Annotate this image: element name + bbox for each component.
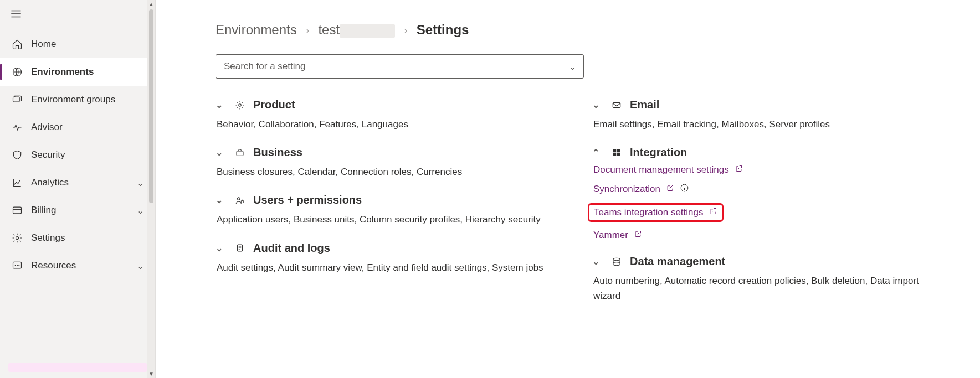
section-title: Product	[253, 99, 295, 111]
section-integration: ⌃ Integration Document management settin…	[592, 146, 947, 241]
sidebar-footer	[0, 357, 155, 378]
redacted-block	[340, 24, 395, 38]
shield-icon	[11, 149, 23, 161]
sidebar-item-advisor[interactable]: Advisor	[0, 113, 155, 141]
chevron-down-icon: ⌄	[137, 205, 144, 216]
section-subtext: Behavior, Collaboration, Features, Langu…	[216, 117, 570, 132]
section-data-header[interactable]: ⌄ Data management	[592, 255, 947, 268]
breadcrumb-env-name[interactable]: test	[318, 22, 395, 38]
svg-rect-1	[13, 97, 20, 102]
section-product-header[interactable]: ⌄ Product	[216, 99, 570, 111]
gear-icon	[234, 100, 245, 111]
chevron-down-icon: ⌄	[137, 261, 144, 271]
scroll-up-arrow-icon[interactable]: ▲	[148, 0, 154, 8]
main-content: Environments › test › Settings ⌄ ⌄	[156, 0, 980, 378]
integration-links: Document management settings Synchroniza…	[592, 164, 947, 241]
sidebar-item-security[interactable]: Security	[0, 141, 155, 169]
sidebar-item-label: Advisor	[31, 122, 63, 133]
section-audit-logs: ⌄ Audit and logs Audit settings, Audit s…	[216, 242, 570, 275]
settings-left-column: ⌄ Product Behavior, Collaboration, Featu…	[216, 99, 570, 318]
link-yammer-link[interactable]: Yammer	[593, 230, 628, 241]
billing-icon	[11, 204, 23, 216]
sidebar-scrollbar[interactable]: ▲ ▼	[147, 0, 155, 378]
sidebar-item-environments[interactable]: Environments	[0, 58, 155, 86]
link-yammer: Yammer	[593, 230, 947, 241]
section-data-management: ⌄ Data management Auto numbering, Automa…	[592, 255, 947, 303]
promo-card[interactable]	[8, 363, 147, 372]
briefcase-icon	[234, 147, 245, 158]
chevron-right-icon: ›	[306, 24, 310, 37]
home-icon	[11, 38, 23, 50]
svg-point-8	[239, 103, 242, 106]
section-subtext: Application users, Business units, Colum…	[216, 212, 570, 227]
section-business: ⌄ Business Business closures, Calendar, …	[216, 146, 570, 179]
chevron-down-icon: ⌄	[216, 195, 227, 205]
chevron-down-icon: ⌄	[137, 178, 144, 188]
highlight-box: Teams integration settings	[588, 203, 724, 222]
sidebar-item-label: Resources	[31, 260, 76, 271]
sidebar-item-label: Security	[31, 149, 65, 160]
scrollbar-thumb[interactable]	[149, 9, 153, 203]
settings-right-column: ⌄ Email Email settings, Email tracking, …	[592, 99, 947, 318]
section-subtext: Email settings, Email tracking, Mailboxe…	[592, 117, 947, 132]
gear-icon	[11, 232, 23, 244]
sidebar-item-label: Settings	[31, 232, 65, 244]
info-icon[interactable]	[680, 183, 689, 195]
section-integration-header[interactable]: ⌃ Integration	[592, 146, 947, 159]
chevron-down-icon: ⌄	[216, 243, 227, 253]
sidebar-item-analytics[interactable]: Analytics ⌄	[0, 169, 155, 196]
svg-point-3	[16, 237, 19, 240]
clipboard-icon	[234, 242, 245, 253]
breadcrumb-environments[interactable]: Environments	[216, 22, 297, 38]
breadcrumb-env-name-text: test	[318, 22, 340, 37]
sidebar-item-billing[interactable]: Billing ⌄	[0, 196, 155, 224]
chevron-down-icon: ⌄	[216, 147, 227, 158]
search-input[interactable]	[216, 54, 584, 79]
chevron-right-icon: ›	[404, 24, 408, 37]
section-users-header[interactable]: ⌄ Users + permissions	[216, 194, 570, 206]
svg-point-5	[15, 265, 16, 266]
mail-icon	[611, 100, 622, 111]
sidebar-item-settings[interactable]: Settings	[0, 224, 155, 252]
link-teams-integration-link[interactable]: Teams integration settings	[594, 207, 704, 218]
chevron-up-icon: ⌃	[592, 147, 603, 158]
windows-icon	[611, 147, 622, 158]
scroll-down-arrow-icon[interactable]: ▼	[148, 370, 154, 378]
people-lock-icon	[234, 195, 245, 206]
chevron-down-icon: ⌄	[216, 100, 227, 110]
external-link-icon	[709, 207, 717, 218]
chevron-down-icon: ⌄	[592, 256, 603, 267]
link-synchronization: Synchronization	[593, 183, 947, 195]
section-title: Audit and logs	[253, 242, 330, 255]
svg-point-10	[238, 198, 240, 200]
sidebar-item-environment-groups[interactable]: Environment groups	[0, 86, 155, 113]
globe-icon	[11, 66, 23, 78]
breadcrumb: Environments › test › Settings	[216, 22, 947, 38]
sidebar-item-label: Analytics	[31, 177, 69, 188]
svg-rect-9	[237, 151, 243, 156]
sidebar-item-label: Environments	[31, 66, 94, 77]
section-title: Users + permissions	[253, 194, 362, 206]
link-synchronization-link[interactable]: Synchronization	[593, 184, 660, 195]
link-document-management: Document management settings	[593, 164, 947, 175]
hamburger-menu-button[interactable]	[0, 0, 155, 30]
external-link-icon	[666, 184, 674, 195]
section-email-header[interactable]: ⌄ Email	[592, 99, 947, 111]
svg-rect-13	[613, 102, 620, 107]
svg-rect-14	[613, 149, 616, 152]
sidebar-item-resources[interactable]: Resources ⌄	[0, 252, 155, 279]
sidebar-item-label: Billing	[31, 205, 56, 216]
section-audit-header[interactable]: ⌄ Audit and logs	[216, 242, 570, 255]
link-document-management-link[interactable]: Document management settings	[593, 164, 729, 175]
section-business-header[interactable]: ⌄ Business	[216, 146, 570, 159]
section-users-permissions: ⌄ Users + permissions Application users,…	[216, 194, 570, 227]
chart-icon	[11, 177, 23, 189]
svg-point-7	[18, 265, 19, 266]
external-link-icon	[634, 230, 642, 241]
section-title: Business	[253, 146, 302, 159]
sidebar-item-home[interactable]: Home	[0, 30, 155, 58]
svg-rect-15	[617, 149, 620, 152]
database-icon	[611, 256, 622, 267]
section-title: Data management	[630, 255, 725, 268]
search-wrapper: ⌄	[216, 54, 584, 79]
